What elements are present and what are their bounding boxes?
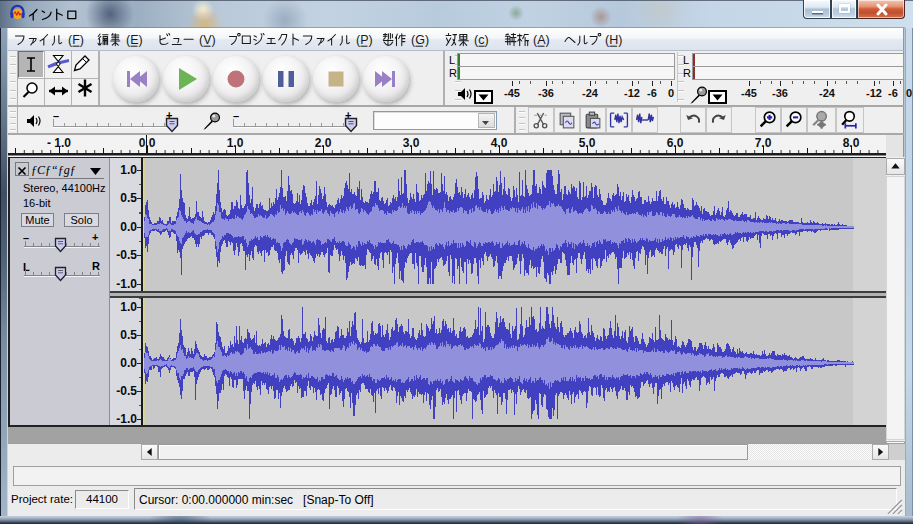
svg-text:(E): (E) (126, 33, 143, 47)
svg-text:(G): (G) (411, 33, 429, 47)
svg-text:(F): (F) (68, 33, 84, 47)
svg-text:(H): (H) (605, 33, 622, 47)
svg-text:1.0: 1.0 (227, 136, 244, 150)
svg-text:2.0: 2.0 (315, 136, 332, 150)
svg-text:(A): (A) (533, 33, 550, 47)
svg-text:(V): (V) (199, 33, 216, 47)
svg-text:(c): (c) (474, 33, 489, 47)
svg-text:4.0: 4.0 (491, 136, 508, 150)
svg-text:- 1.0: - 1.0 (47, 136, 71, 150)
svg-text:8.0: 8.0 (843, 136, 860, 150)
svg-text:7.0: 7.0 (755, 136, 772, 150)
svg-text:(P): (P) (356, 33, 373, 47)
svg-text:5.0: 5.0 (579, 136, 596, 150)
svg-text:6.0: 6.0 (667, 136, 684, 150)
svg-text:3.0: 3.0 (403, 136, 420, 150)
svg-text:0.0: 0.0 (139, 136, 156, 150)
